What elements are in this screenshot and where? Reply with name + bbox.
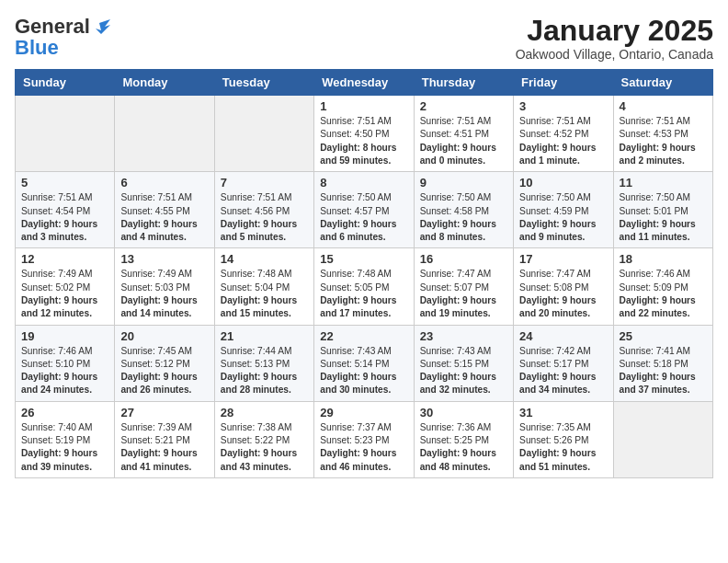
- weekday-header-tuesday: Tuesday: [214, 70, 313, 96]
- cell-content: Sunrise: 7:50 AMSunset: 4:59 PMDaylight:…: [519, 191, 607, 244]
- day-number: 19: [21, 329, 108, 343]
- day-number: 14: [221, 252, 308, 266]
- calendar-cell: 7Sunrise: 7:51 AMSunset: 4:56 PMDaylight…: [214, 172, 313, 248]
- calendar-cell: 21Sunrise: 7:44 AMSunset: 5:13 PMDayligh…: [214, 325, 313, 401]
- calendar-cell: 3Sunrise: 7:51 AMSunset: 4:52 PMDaylight…: [514, 96, 613, 172]
- calendar-cell: 20Sunrise: 7:45 AMSunset: 5:12 PMDayligh…: [115, 325, 214, 401]
- weekday-header-thursday: Thursday: [414, 70, 513, 96]
- cell-content: Sunrise: 7:46 AMSunset: 5:09 PMDaylight:…: [620, 268, 707, 320]
- cell-content: Sunrise: 7:42 AMSunset: 5:17 PMDaylight:…: [519, 345, 607, 397]
- cell-content: Sunrise: 7:49 AMSunset: 5:03 PMDaylight:…: [120, 268, 208, 320]
- title-section: January 2025 Oakwood Village, Ontario, C…: [516, 15, 713, 62]
- cell-content: Sunrise: 7:47 AMSunset: 5:08 PMDaylight:…: [519, 268, 607, 320]
- calendar-cell: [214, 96, 313, 172]
- day-number: 29: [320, 406, 407, 419]
- cell-content: Sunrise: 7:51 AMSunset: 4:51 PMDaylight:…: [420, 115, 507, 167]
- day-number: 17: [519, 252, 607, 266]
- logo: General Blue: [15, 15, 110, 57]
- calendar-cell: 2Sunrise: 7:51 AMSunset: 4:51 PMDaylight…: [414, 96, 513, 172]
- calendar-week-row: 5Sunrise: 7:51 AMSunset: 4:54 PMDaylight…: [16, 172, 713, 248]
- logo-bird-icon: [92, 19, 110, 34]
- calendar-cell: 24Sunrise: 7:42 AMSunset: 5:17 PMDayligh…: [514, 325, 613, 401]
- day-number: 31: [519, 406, 607, 419]
- calendar-cell: [16, 96, 115, 172]
- calendar-cell: 22Sunrise: 7:43 AMSunset: 5:14 PMDayligh…: [314, 325, 414, 401]
- cell-content: Sunrise: 7:48 AMSunset: 5:04 PMDaylight:…: [221, 268, 308, 320]
- cell-content: Sunrise: 7:46 AMSunset: 5:10 PMDaylight:…: [21, 345, 108, 397]
- cell-content: Sunrise: 7:51 AMSunset: 4:53 PMDaylight:…: [620, 115, 707, 167]
- calendar-cell: 14Sunrise: 7:48 AMSunset: 5:04 PMDayligh…: [214, 248, 313, 325]
- day-number: 11: [620, 176, 707, 190]
- weekday-header-monday: Monday: [115, 70, 214, 96]
- calendar-week-row: 26Sunrise: 7:40 AMSunset: 5:19 PMDayligh…: [16, 401, 713, 477]
- calendar-cell: 13Sunrise: 7:49 AMSunset: 5:03 PMDayligh…: [115, 248, 214, 325]
- calendar-cell: 12Sunrise: 7:49 AMSunset: 5:02 PMDayligh…: [16, 248, 115, 325]
- cell-content: Sunrise: 7:50 AMSunset: 4:58 PMDaylight:…: [420, 191, 507, 244]
- cell-content: Sunrise: 7:43 AMSunset: 5:14 PMDaylight:…: [320, 345, 407, 397]
- calendar-cell: 16Sunrise: 7:47 AMSunset: 5:07 PMDayligh…: [414, 248, 513, 325]
- calendar-cell: 25Sunrise: 7:41 AMSunset: 5:18 PMDayligh…: [613, 325, 712, 401]
- logo-blue: Blue: [15, 39, 59, 57]
- calendar-week-row: 12Sunrise: 7:49 AMSunset: 5:02 PMDayligh…: [16, 248, 713, 325]
- cell-content: Sunrise: 7:51 AMSunset: 4:56 PMDaylight:…: [221, 191, 308, 244]
- calendar-cell: 1Sunrise: 7:51 AMSunset: 4:50 PMDaylight…: [314, 96, 414, 172]
- calendar-cell: 4Sunrise: 7:51 AMSunset: 4:53 PMDaylight…: [613, 96, 712, 172]
- page-header: General Blue January 2025 Oakwood Villag…: [15, 15, 713, 62]
- calendar-cell: 10Sunrise: 7:50 AMSunset: 4:59 PMDayligh…: [514, 172, 613, 248]
- calendar-week-row: 1Sunrise: 7:51 AMSunset: 4:50 PMDaylight…: [16, 96, 713, 172]
- calendar-cell: 26Sunrise: 7:40 AMSunset: 5:19 PMDayligh…: [16, 401, 115, 477]
- weekday-header-friday: Friday: [514, 70, 613, 96]
- cell-content: Sunrise: 7:40 AMSunset: 5:19 PMDaylight:…: [21, 421, 108, 474]
- calendar-cell: 5Sunrise: 7:51 AMSunset: 4:54 PMDaylight…: [16, 172, 115, 248]
- day-number: 23: [420, 329, 507, 343]
- day-number: 24: [519, 329, 607, 343]
- cell-content: Sunrise: 7:43 AMSunset: 5:15 PMDaylight:…: [420, 345, 507, 397]
- calendar-week-row: 19Sunrise: 7:46 AMSunset: 5:10 PMDayligh…: [16, 325, 713, 401]
- calendar-cell: [613, 401, 712, 477]
- cell-content: Sunrise: 7:51 AMSunset: 4:50 PMDaylight:…: [320, 115, 407, 167]
- cell-content: Sunrise: 7:51 AMSunset: 4:52 PMDaylight:…: [519, 115, 607, 167]
- calendar-cell: 6Sunrise: 7:51 AMSunset: 4:55 PMDaylight…: [115, 172, 214, 248]
- location-subtitle: Oakwood Village, Ontario, Canada: [516, 47, 713, 62]
- cell-content: Sunrise: 7:36 AMSunset: 5:25 PMDaylight:…: [420, 421, 507, 474]
- calendar-cell: 23Sunrise: 7:43 AMSunset: 5:15 PMDayligh…: [414, 325, 513, 401]
- calendar-cell: 11Sunrise: 7:50 AMSunset: 5:01 PMDayligh…: [613, 172, 712, 248]
- calendar-table: SundayMondayTuesdayWednesdayThursdayFrid…: [15, 69, 713, 478]
- day-number: 4: [620, 99, 707, 113]
- day-number: 7: [221, 176, 308, 190]
- day-number: 1: [320, 99, 407, 113]
- day-number: 9: [420, 176, 507, 190]
- day-number: 12: [21, 252, 108, 266]
- month-title: January 2025: [516, 15, 713, 47]
- weekday-header-sunday: Sunday: [16, 70, 115, 96]
- calendar-cell: 15Sunrise: 7:48 AMSunset: 5:05 PMDayligh…: [314, 248, 414, 325]
- calendar-cell: 8Sunrise: 7:50 AMSunset: 4:57 PMDaylight…: [314, 172, 414, 248]
- calendar-cell: 9Sunrise: 7:50 AMSunset: 4:58 PMDaylight…: [414, 172, 513, 248]
- weekday-header-wednesday: Wednesday: [314, 70, 414, 96]
- calendar-cell: 19Sunrise: 7:46 AMSunset: 5:10 PMDayligh…: [16, 325, 115, 401]
- cell-content: Sunrise: 7:51 AMSunset: 4:55 PMDaylight:…: [120, 191, 208, 244]
- calendar-cell: 31Sunrise: 7:35 AMSunset: 5:26 PMDayligh…: [514, 401, 613, 477]
- calendar-cell: 30Sunrise: 7:36 AMSunset: 5:25 PMDayligh…: [414, 401, 513, 477]
- cell-content: Sunrise: 7:47 AMSunset: 5:07 PMDaylight:…: [420, 268, 507, 320]
- cell-content: Sunrise: 7:35 AMSunset: 5:26 PMDaylight:…: [519, 421, 607, 474]
- day-number: 2: [420, 99, 507, 113]
- calendar-cell: 27Sunrise: 7:39 AMSunset: 5:21 PMDayligh…: [115, 401, 214, 477]
- cell-content: Sunrise: 7:50 AMSunset: 4:57 PMDaylight:…: [320, 191, 407, 244]
- day-number: 15: [320, 252, 407, 266]
- cell-content: Sunrise: 7:44 AMSunset: 5:13 PMDaylight:…: [221, 345, 308, 397]
- weekday-header-row: SundayMondayTuesdayWednesdayThursdayFrid…: [16, 70, 713, 96]
- day-number: 5: [21, 176, 108, 190]
- cell-content: Sunrise: 7:51 AMSunset: 4:54 PMDaylight:…: [21, 191, 108, 244]
- day-number: 3: [519, 99, 607, 113]
- day-number: 28: [221, 406, 308, 419]
- calendar-cell: 28Sunrise: 7:38 AMSunset: 5:22 PMDayligh…: [214, 401, 313, 477]
- cell-content: Sunrise: 7:49 AMSunset: 5:02 PMDaylight:…: [21, 268, 108, 320]
- cell-content: Sunrise: 7:41 AMSunset: 5:18 PMDaylight:…: [620, 345, 707, 397]
- cell-content: Sunrise: 7:37 AMSunset: 5:23 PMDaylight:…: [320, 421, 407, 474]
- day-number: 25: [620, 329, 707, 343]
- day-number: 21: [221, 329, 308, 343]
- cell-content: Sunrise: 7:39 AMSunset: 5:21 PMDaylight:…: [120, 421, 208, 474]
- day-number: 10: [519, 176, 607, 190]
- day-number: 6: [120, 176, 208, 190]
